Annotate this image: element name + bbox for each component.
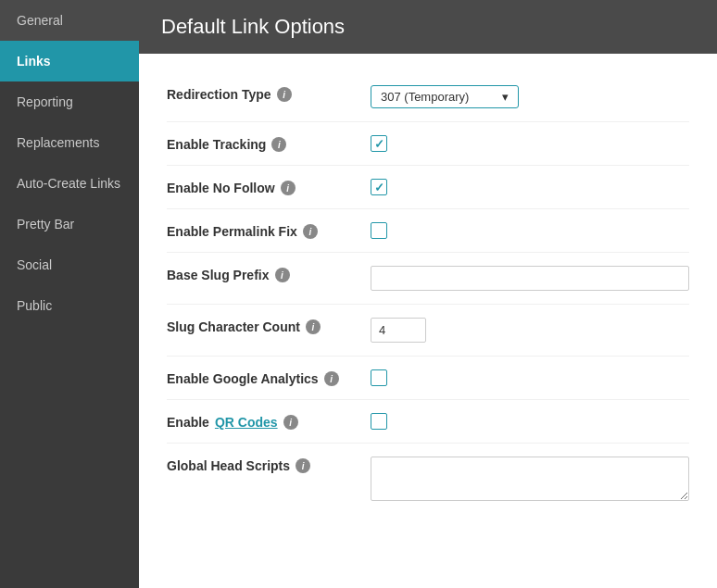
enable-qr-codes-row: Enable QR Codes i: [167, 400, 689, 444]
enable-qr-codes-label: Enable QR Codes i: [167, 413, 371, 430]
enable-no-follow-label: Enable No Follow i: [167, 179, 371, 195]
global-head-scripts-control: [371, 457, 689, 504]
redirection-type-select[interactable]: 307 (Temporary) ▾: [371, 85, 519, 108]
sidebar-item-replacements[interactable]: Replacements: [0, 122, 139, 163]
enable-tracking-info-icon[interactable]: i: [271, 137, 286, 152]
sidebar-item-public[interactable]: Public: [0, 285, 139, 326]
redirection-type-row: Redirection Type i 307 (Temporary) ▾: [167, 72, 689, 122]
form-content: Redirection Type i 307 (Temporary) ▾ Ena…: [139, 54, 717, 535]
enable-permalink-fix-row: Enable Permalink Fix i: [167, 209, 689, 253]
redirection-type-label: Redirection Type i: [167, 85, 371, 102]
global-head-scripts-label: Global Head Scripts i: [167, 457, 371, 473]
enable-google-analytics-row: Enable Google Analytics i: [167, 357, 689, 400]
redirection-type-info-icon[interactable]: i: [277, 87, 292, 102]
slug-character-count-label: Slug Character Count i: [167, 318, 371, 334]
enable-permalink-fix-checkbox[interactable]: [371, 222, 387, 239]
enable-tracking-row: Enable Tracking i: [167, 122, 689, 166]
global-head-scripts-input[interactable]: [371, 457, 689, 501]
enable-tracking-label: Enable Tracking i: [167, 135, 371, 152]
sidebar-item-links[interactable]: Links: [0, 41, 139, 81]
sidebar: General Links Reporting Replacements Aut…: [0, 0, 139, 588]
global-head-scripts-row: Global Head Scripts i: [167, 444, 689, 517]
enable-qr-codes-info-icon[interactable]: i: [283, 415, 298, 430]
sidebar-item-pretty-bar[interactable]: Pretty Bar: [0, 204, 139, 244]
global-head-scripts-info-icon[interactable]: i: [296, 458, 310, 473]
enable-google-analytics-info-icon[interactable]: i: [324, 371, 339, 386]
slug-character-count-input[interactable]: [371, 318, 426, 343]
enable-no-follow-info-icon[interactable]: i: [281, 181, 296, 195]
slug-character-count-row: Slug Character Count i: [167, 305, 689, 357]
base-slug-prefix-input[interactable]: [371, 266, 689, 291]
enable-no-follow-checkbox[interactable]: [371, 179, 387, 195]
qr-codes-link[interactable]: QR Codes: [215, 415, 278, 430]
enable-no-follow-control: [371, 179, 689, 195]
page-header: Default Link Options: [139, 0, 717, 54]
sidebar-item-auto-create-links[interactable]: Auto-Create Links: [0, 163, 139, 204]
main-content: Default Link Options Redirection Type i …: [139, 0, 717, 588]
sidebar-item-general[interactable]: General: [0, 0, 139, 41]
page-title: Default Link Options: [161, 15, 695, 39]
slug-character-count-info-icon[interactable]: i: [306, 319, 321, 334]
enable-tracking-checkbox[interactable]: [371, 135, 387, 152]
enable-permalink-fix-info-icon[interactable]: i: [303, 224, 318, 239]
enable-permalink-fix-control: [371, 222, 689, 239]
sidebar-item-reporting[interactable]: Reporting: [0, 81, 139, 122]
base-slug-prefix-row: Base Slug Prefix i: [167, 253, 689, 305]
enable-google-analytics-label: Enable Google Analytics i: [167, 369, 371, 386]
chevron-down-icon: ▾: [502, 90, 509, 104]
base-slug-prefix-control: [371, 266, 689, 291]
slug-character-count-control: [371, 318, 689, 343]
sidebar-item-social[interactable]: Social: [0, 244, 139, 285]
base-slug-prefix-info-icon[interactable]: i: [275, 268, 290, 282]
enable-permalink-fix-label: Enable Permalink Fix i: [167, 222, 371, 239]
enable-google-analytics-control: [371, 369, 689, 386]
enable-no-follow-row: Enable No Follow i: [167, 166, 689, 209]
redirection-type-control: 307 (Temporary) ▾: [371, 85, 689, 108]
enable-qr-codes-checkbox[interactable]: [371, 413, 387, 430]
enable-qr-codes-control: [371, 413, 689, 430]
base-slug-prefix-label: Base Slug Prefix i: [167, 266, 371, 282]
enable-google-analytics-checkbox[interactable]: [371, 369, 387, 386]
enable-tracking-control: [371, 135, 689, 152]
